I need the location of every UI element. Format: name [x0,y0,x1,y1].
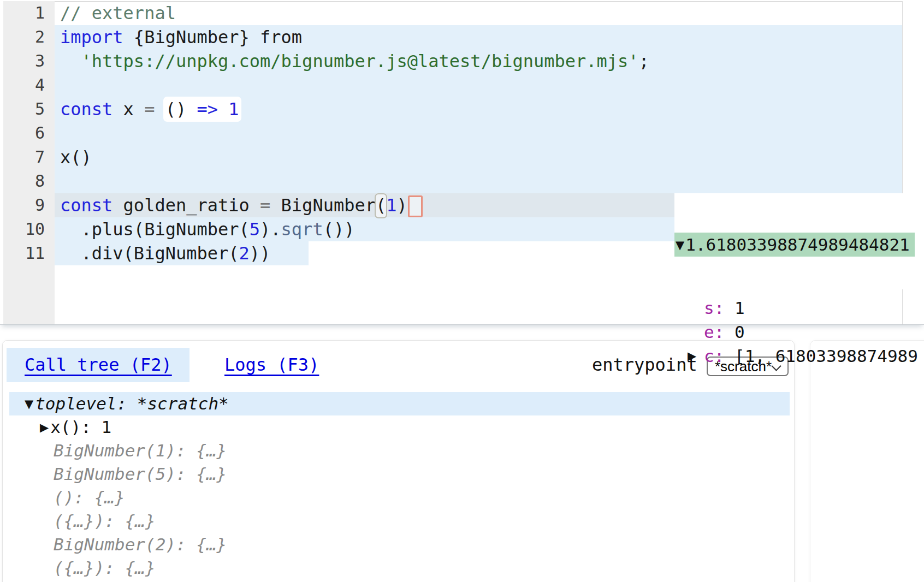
code-editor[interactable]: 1234567891011 // externalimport {BigNumb… [0,0,924,325]
code-token: ) [397,195,407,216]
code-token: = [144,99,155,120]
code-token: 'https://unpkg.com/bignumber.js@latest/b… [81,51,639,72]
code-token: ()) [323,219,355,240]
result-value-chip[interactable]: ▼1.61803398874989484821 [674,233,915,257]
code-line[interactable]: 'https://unpkg.com/bignumber.js@latest/b… [55,49,902,73]
tab-call-tree[interactable]: Call tree (F2) [25,348,172,382]
call-tree-label: ({…}): {…} [54,511,156,531]
code-token: {BigNumber} from [123,27,303,47]
code-token [155,99,165,120]
text-cursor-box [408,195,423,217]
field-key: s: [704,298,724,318]
code-token: 2 [239,243,250,264]
code-line[interactable] [55,73,902,97]
matching-bracket-highlight: ( [375,193,387,218]
field-key: e: [704,322,724,342]
code-line[interactable]: x() [55,145,902,169]
code-token: x [112,99,144,120]
code-token: )) [250,243,271,264]
call-tree-label: x(): 1 [50,417,111,437]
code-token: const [60,99,112,120]
call-tree-row[interactable]: BigNumber(2): {…} [9,533,790,556]
field-value: 1 [724,298,744,318]
line-number: 10 [3,217,55,241]
collapse-triangle-icon[interactable]: ▼ [676,239,684,252]
call-tree-row[interactable]: ({…}): {…} [9,556,790,580]
collapse-triangle-icon[interactable]: ▼ [25,397,33,411]
line-number: 5 [3,97,55,121]
object-field-row[interactable]: ▶c: [1, 61803398874989 [674,344,924,368]
code-line[interactable] [55,169,902,193]
code-token: .plus(BigNumber( [60,219,250,240]
call-tree-row[interactable]: (): {…} [9,486,790,509]
code-token [60,51,81,72]
field-key: c: [704,346,724,366]
line-number: 8 [3,169,55,193]
call-tree-label: BigNumber(1): {…} [54,441,227,460]
code-token: () [165,99,187,120]
code-token: import [60,27,123,47]
call-tree-label: toplevel: *scratch* [35,394,229,413]
line-number-gutter: 1234567891011 [3,1,55,324]
code-line[interactable]: // external [55,1,902,25]
call-tree-label: ({…}): {…} [54,558,156,578]
code-token [186,99,197,120]
result-object-fields: s: 1e: 0▶c: [1, 61803398874989 [674,296,924,368]
expand-triangle-icon[interactable]: ▶ [688,344,696,368]
code-token: x() [60,147,92,168]
line-number: 1 [3,1,55,25]
code-token: sqrt [281,219,323,240]
tab-logs[interactable]: Logs (F3) [224,348,319,382]
field-value: 0 [724,322,744,342]
code-token: .div(BigNumber( [60,243,239,264]
line-number: 11 [3,241,55,265]
code-token: 1 [228,99,239,120]
result-value: 1.61803398874989484821 [685,235,910,254]
object-field-row: e: 0 [674,320,924,344]
code-token [218,99,228,120]
call-tree-label: BigNumber(2): {…} [54,535,227,554]
field-value: [1, 61803398874989 [724,346,918,366]
expand-triangle-icon[interactable]: ▶ [40,421,49,434]
call-tree-label: BigNumber(5): {…} [54,464,227,484]
evaluated-expression-highlight: () => 1 [165,99,239,120]
line-number: 6 [3,121,55,145]
code-line[interactable] [55,121,902,145]
code-token: ). [260,219,281,240]
call-tree-label: (): {…} [54,488,125,507]
call-tree-row[interactable]: ({…}): {…} [9,509,790,533]
line-number: 9 [3,193,55,217]
code-token: 1 [386,195,396,216]
call-tree-row[interactable]: ▶x(): 1 [9,415,790,439]
call-tree-list: ▼toplevel: *scratch*▶x(): 1BigNumber(1):… [9,392,790,580]
code-token: golden_ratio [112,195,260,216]
code-token [270,195,281,216]
line-number: 2 [3,25,55,49]
call-tree-row[interactable]: BigNumber(5): {…} [9,462,790,486]
line-number: 7 [3,145,55,169]
code-token: // external [60,3,176,23]
object-field-row: s: 1 [674,296,924,320]
line-number: 4 [3,73,55,97]
call-tree-row[interactable]: BigNumber(1): {…} [9,439,790,462]
code-line[interactable]: const x = () => 1 [55,97,902,121]
inline-result-overlay: ▼1.61803398874989484821 s: 1e: 0▶c: [1, … [674,193,924,289]
code-token: => [197,99,218,120]
code-line[interactable]: import {BigNumber} from [55,25,902,49]
line-number: 3 [3,49,55,73]
code-token: BigNumber [281,195,376,216]
call-tree-row[interactable]: ▼toplevel: *scratch* [9,392,790,415]
code-token: const [60,195,112,216]
code-token: 5 [250,219,260,240]
code-token: = [260,195,270,216]
code-token: ; [639,51,649,72]
